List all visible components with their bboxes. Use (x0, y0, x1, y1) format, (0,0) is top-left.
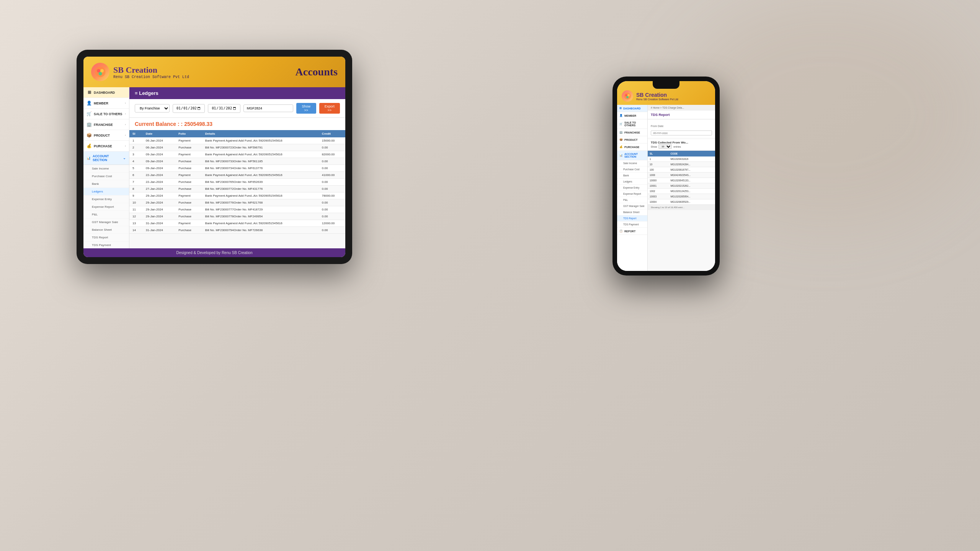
ledgers-table: Sl Date Folio Details Credit 1 06-Jan-20… (129, 130, 345, 234)
phone-sidebar-franchise[interactable]: 🏢 FRANCHISE (617, 129, 647, 136)
balance-label: Current Balance : : (135, 121, 184, 127)
cell-folio: Purchase (175, 213, 202, 220)
phone-table-header-row: SL CODE (648, 151, 715, 156)
cell-credit: 0.00 (319, 179, 345, 186)
table-row: 11 29-Jan-2024 Purchase Bill No. MF23000… (129, 206, 345, 213)
cell-sl: 8 (129, 186, 143, 192)
submenu-tds-payment[interactable]: TDS Payment (83, 241, 129, 248)
sidebar-item-sale-to-others[interactable]: 🛒 SALE TO OTHERS › (83, 109, 129, 119)
phone-cell-code: MG1020431816 (668, 156, 715, 162)
submenu-tds-report[interactable]: TDS Report (83, 234, 129, 241)
cell-folio: Payment (175, 192, 202, 199)
cell-folio: Payment (175, 151, 202, 158)
sidebar-item-franchise[interactable]: 🏢 FRANCHISE › (83, 119, 129, 130)
franchise-filter-dropdown[interactable]: By Franchise (135, 104, 170, 112)
show-button[interactable]: Show >> (296, 103, 316, 114)
sidebar-item-member[interactable]: 👤 MEMBER › (83, 98, 129, 109)
phone-sidebar-report[interactable]: 📋 REPORT (617, 228, 647, 235)
sidebar-item-purchase[interactable]: 💰 PURCHASE › (83, 141, 129, 152)
phone-submenu-expense-report[interactable]: Expense Report (617, 191, 647, 197)
cell-details: Bank Payment Againest Add Fund..A/c 5920… (202, 220, 319, 227)
sidebar-label-sale: SALE TO OTHERS (94, 112, 123, 116)
tablet-screen: SB Creation Renu SB Creation Software Pv… (83, 57, 345, 257)
cell-sl: 11 (129, 206, 143, 213)
phone-submenu-gst[interactable]: GST Manager Sale (617, 203, 647, 209)
phone-product-icon: 📦 (619, 138, 623, 141)
cell-details: Bill No. MF23000734Order No. MF613776 (202, 165, 319, 172)
submenu-expense-entry[interactable]: Expense Entry (83, 196, 129, 203)
phone-submenu-pnl[interactable]: P&L (617, 197, 647, 203)
phone-tds-collected-text: TDS Collected From Wo... (651, 141, 712, 144)
submenu-pnl[interactable]: P&L (83, 211, 129, 218)
phone-sidebar-sale[interactable]: 🛒 SALE TO OTHERS (617, 119, 647, 129)
phone-cell-sl: 1000 (648, 173, 668, 178)
ledgers-header: ≡ Ledgers (129, 87, 345, 99)
phone-col-code: CODE (668, 151, 715, 156)
phone-sidebar-product[interactable]: 📦 PRODUCT (617, 136, 647, 143)
phone-report-icon: 📋 (619, 230, 623, 233)
col-folio: Folio (175, 130, 202, 137)
cell-date: 09-Jan-2024 (143, 151, 175, 158)
submenu-bank[interactable]: Bank (83, 180, 129, 188)
phone-submenu-purchase-cost[interactable]: Purchase Cost (617, 166, 647, 173)
phone-app-title: SB Creation (636, 92, 678, 98)
phone-submenu-expense-entry[interactable]: Expense Entry (617, 185, 647, 191)
phone-cell-code: MG1020124253... (668, 189, 715, 194)
phone-submenu-balance-sheet[interactable]: Balance Sheet (617, 209, 647, 215)
phone-screen: SB Creation Renu SB Creation Software Pv… (617, 81, 715, 271)
phone-app-subtitle: Renu SB Creation Software Pvt Ltd (636, 98, 678, 101)
sidebar-label-franchise: FRANCHISE (94, 123, 123, 127)
cell-folio: Purchase (175, 144, 202, 151)
phone-entries-info: Show 10 25 50 entries (651, 144, 712, 149)
phone-tds-collected: TDS Collected From Wo... Show 10 25 50 e… (648, 139, 715, 151)
cell-date: 29-Jan-2024 (143, 199, 175, 206)
phone-from-date-input[interactable] (651, 130, 712, 135)
phone-cell-code: MG1020645133... (668, 178, 715, 183)
member-icon: 👤 (87, 101, 92, 106)
submenu-sale-income[interactable]: Sale Income (83, 165, 129, 173)
cell-details: Bill No. MF23000776Order No. MF621768 (202, 199, 319, 206)
svg-point-7 (626, 96, 629, 98)
phone-cell-sl: 10 (648, 162, 668, 167)
phone-sidebar-purchase[interactable]: 💰 PURCHASE (617, 143, 647, 151)
phone-sidebar-account-section[interactable]: 📊 ACCOUNT SECTION (617, 151, 647, 160)
submenu-gst-manager-sale[interactable]: GST Manager Sale (83, 218, 129, 226)
search-input[interactable] (243, 104, 293, 112)
logo-section: SB Creation Renu SB Creation Software Pv… (91, 63, 189, 81)
phone-submenu-tds-report[interactable]: TDS Report (617, 215, 647, 222)
col-sl: Sl (129, 130, 143, 137)
submenu-balance-sheet[interactable]: Balance Sheet (83, 226, 129, 234)
phone-dashboard-icon: ⊞ (619, 107, 622, 110)
date-from-input[interactable] (173, 104, 205, 113)
phone-from-date-label: From Date (651, 125, 663, 127)
cell-details: Bill No. MF23000765Order No. MF652639 (202, 179, 319, 186)
sidebar-item-product[interactable]: 📦 PRODUCT › (83, 130, 129, 141)
sidebar-item-account-section[interactable]: 📊 ACCOUNT SECTION ⌄ (83, 152, 129, 165)
phone-cell-sl: 1 (648, 156, 668, 162)
submenu-ledgers[interactable]: Ledgers (83, 188, 129, 196)
date-to-input[interactable] (208, 104, 240, 113)
cell-details: Bank Payment Againest Add Fund..A/c 5920… (202, 172, 319, 179)
phone-entries-select[interactable]: 10 25 50 (658, 144, 672, 149)
balance-value: 2505498.33 (184, 121, 212, 127)
account-icon: 📊 (87, 156, 91, 160)
phone-submenu-ledgers[interactable]: Ledgers (617, 179, 647, 185)
table-row: 3 09-Jan-2024 Payment Bank Payment Again… (129, 151, 345, 158)
list-item: 1 MG1020431816 (648, 156, 715, 162)
table-row: 12 29-Jan-2024 Purchase Bill No. MF23000… (129, 213, 345, 220)
phone-device: SB Creation Renu SB Creation Software Pv… (612, 77, 720, 276)
phone-submenu-bank[interactable]: Bank (617, 173, 647, 179)
submenu-purchase-cost[interactable]: Purchase Cost (83, 173, 129, 180)
submenu-expense-report[interactable]: Expense Report (83, 203, 129, 211)
phone-submenu-sale-income[interactable]: Sale Income (617, 160, 647, 166)
cell-date: 06-Jan-2024 (143, 144, 175, 151)
cell-sl: 4 (129, 158, 143, 165)
col-details: Details (202, 130, 319, 137)
export-button[interactable]: Export >> (319, 103, 340, 114)
phone-sidebar-dashboard[interactable]: ⊞ DASHBOARD (617, 105, 647, 112)
phone-submenu-tds-payment[interactable]: TDS Payment (617, 222, 647, 228)
sidebar-item-dashboard[interactable]: ⊞ DASHBOARD (83, 87, 129, 98)
list-item: 10 MG1020624284... (648, 162, 715, 167)
phone-sidebar-member[interactable]: 👤 MEMBER (617, 112, 647, 119)
ledgers-title: ≡ Ledgers (135, 90, 158, 96)
